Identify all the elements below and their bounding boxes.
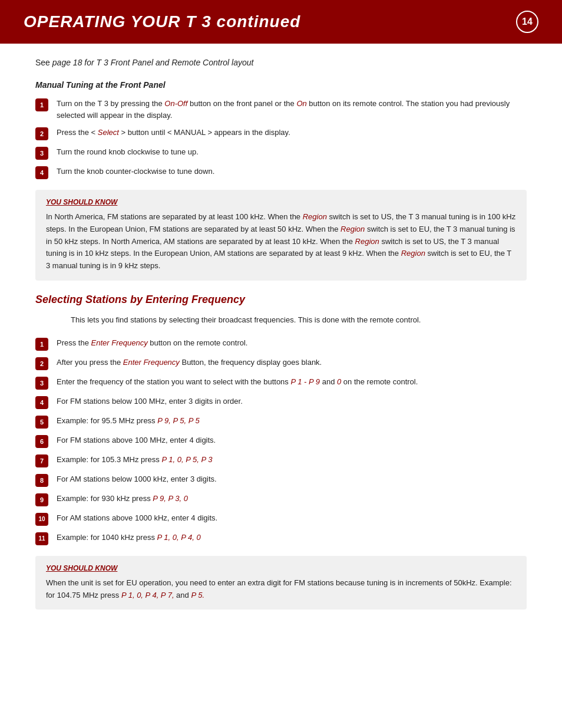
sel-step-11-text: Example: for 1040 kHz press P 1, 0, P 4,…: [57, 532, 201, 543]
step-3-text: Turn the round knob clockwise to tune up…: [57, 146, 199, 158]
sel-step-5: 5 Example: for 95.5 MHz press P 9, P 5, …: [35, 415, 527, 429]
know-box-1-title: YOU SHOULD KNOW: [46, 198, 516, 206]
sel-step-11-num: 11: [35, 532, 48, 545]
sel-step-1-text: Press the Enter Frequency button on the …: [57, 337, 247, 349]
sel-step-2-num: 2: [35, 357, 48, 370]
step-4-text: Turn the knob counter-clockwise to tune …: [57, 166, 214, 177]
sel-step-8-num: 8: [35, 474, 48, 487]
sel-step-9: 9 Example: for 930 kHz press P 9, P 3, 0: [35, 493, 527, 506]
sel-step-6: 6 For FM stations above 100 MHz, enter 4…: [35, 434, 527, 448]
sel-step-10: 10 For AM stations above 1000 kHz, enter…: [35, 512, 527, 526]
content-area: See page 18 for T 3 Front Panel and Remo…: [0, 44, 562, 646]
manual-tuning-section: Manual Tuning at the Front Panel 1 Turn …: [35, 80, 527, 179]
manual-tuning-steps: 1 Turn on the T 3 by pressing the On-Off…: [35, 98, 527, 179]
header: OPERATING YOUR T 3 continued 14: [0, 0, 562, 44]
step-1-text: Turn on the T 3 by pressing the On-Off b…: [57, 98, 527, 121]
sel-step-3-text: Enter the frequency of the station you w…: [57, 376, 418, 388]
step-3-num: 3: [35, 147, 48, 160]
selecting-stations-steps: 1 Press the Enter Frequency button on th…: [35, 337, 527, 545]
step-2: 2 Press the < Select > button until < MA…: [35, 127, 527, 140]
sel-step-2-text: After you press the Enter Frequency Butt…: [57, 357, 322, 368]
step-1-num: 1: [35, 98, 48, 111]
sel-step-7-num: 7: [35, 454, 48, 467]
step-1: 1 Turn on the T 3 by pressing the On-Off…: [35, 98, 527, 121]
sel-step-9-text: Example: for 930 kHz press P 9, P 3, 0: [57, 493, 188, 505]
sel-step-11: 11 Example: for 1040 kHz press P 1, 0, P…: [35, 532, 527, 545]
step-2-num: 2: [35, 127, 48, 140]
sel-step-5-text: Example: for 95.5 MHz press P 9, P 5, P …: [57, 415, 200, 427]
manual-tuning-heading: Manual Tuning at the Front Panel: [35, 80, 527, 90]
subtitle: See page 18 for T 3 Front Panel and Remo…: [35, 58, 527, 67]
sel-step-6-num: 6: [35, 435, 48, 448]
sel-step-2: 2 After you press the Enter Frequency Bu…: [35, 357, 527, 370]
sel-step-10-num: 10: [35, 513, 48, 526]
sel-step-8: 8 For AM stations below 1000 kHz, enter …: [35, 473, 527, 487]
selecting-stations-intro: This lets you find stations by selecting…: [35, 314, 527, 327]
sel-step-10-text: For AM stations above 1000 kHz, enter 4 …: [57, 512, 217, 524]
selecting-stations-section: Selecting Stations by Entering Frequency…: [35, 294, 527, 545]
step-4: 4 Turn the knob counter-clockwise to tun…: [35, 166, 527, 179]
sel-step-3-num: 3: [35, 377, 48, 390]
sel-step-8-text: For AM stations below 1000 kHz, enter 3 …: [57, 473, 217, 485]
know-box-2-text: When the unit is set for EU operation, y…: [46, 577, 516, 602]
sel-step-5-num: 5: [35, 416, 48, 429]
page: OPERATING YOUR T 3 continued 14 See page…: [0, 0, 562, 728]
step-4-num: 4: [35, 166, 48, 179]
sel-step-4-text: For FM stations below 100 MHz, enter 3 d…: [57, 396, 243, 407]
know-box-1: YOU SHOULD KNOW In North America, FM sta…: [35, 190, 527, 281]
know-box-2-title: YOU SHOULD KNOW: [46, 564, 516, 572]
page-title: OPERATING YOUR T 3 continued: [24, 12, 300, 31]
sel-step-6-text: For FM stations above 100 MHz, enter 4 d…: [57, 434, 216, 446]
sel-step-9-num: 9: [35, 493, 48, 506]
page-number: 14: [516, 11, 538, 33]
sel-step-7: 7 Example: for 105.3 MHz press P 1, 0, P…: [35, 454, 527, 467]
sel-step-3: 3 Enter the frequency of the station you…: [35, 376, 527, 390]
know-box-1-text: In North America, FM stations are separa…: [46, 211, 516, 272]
sel-step-4: 4 For FM stations below 100 MHz, enter 3…: [35, 396, 527, 409]
know-box-2: YOU SHOULD KNOW When the unit is set for…: [35, 556, 527, 610]
sel-step-7-text: Example: for 105.3 MHz press P 1, 0, P 5…: [57, 454, 212, 466]
step-3: 3 Turn the round knob clockwise to tune …: [35, 146, 527, 160]
sel-step-1-num: 1: [35, 338, 48, 351]
step-2-text: Press the < Select > button until < MANU…: [57, 127, 290, 139]
selecting-stations-heading: Selecting Stations by Entering Frequency: [35, 294, 527, 306]
sel-step-4-num: 4: [35, 396, 48, 409]
sel-step-1: 1 Press the Enter Frequency button on th…: [35, 337, 527, 351]
